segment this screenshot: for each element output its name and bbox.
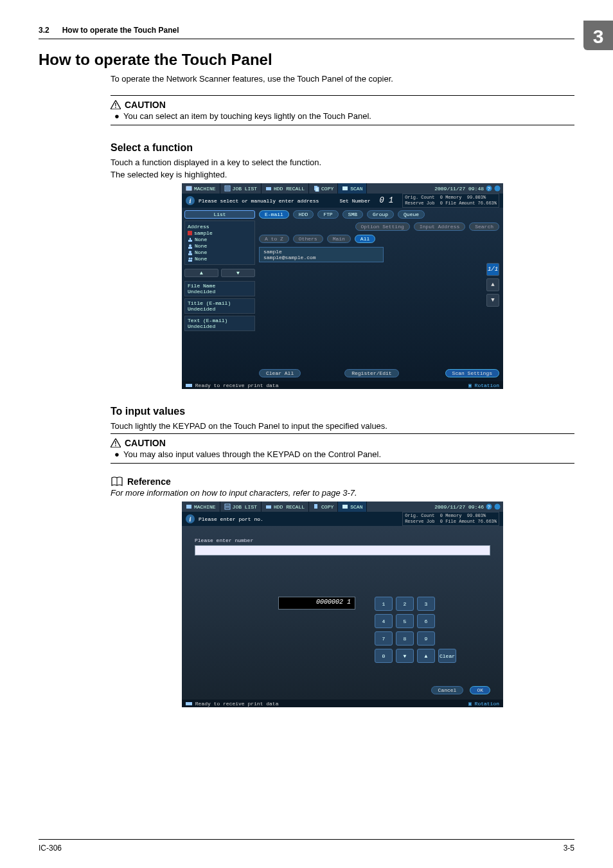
register-edit-button[interactable]: Register/Edit — [344, 369, 398, 377]
file-name-field[interactable]: File NameUndecided — [184, 281, 255, 296]
caution-label: CAUTION — [125, 438, 166, 448]
svg-text:!: ! — [114, 102, 116, 109]
address-panel: Address sample None None None None — [184, 221, 255, 265]
tab-machine[interactable]: MACHINE — [182, 502, 220, 512]
counter-meta: Orig. Count 0 Memory 99.003% Reserve Job… — [402, 512, 499, 526]
keypad-textfield[interactable] — [195, 545, 490, 556]
clock: 2009/11/27 09:48? — [432, 183, 503, 194]
info-icon: i — [186, 514, 195, 523]
dest-hdd-chip[interactable]: HDD — [293, 210, 314, 219]
address-entry[interactable]: sample sample@sample.com — [259, 247, 384, 262]
tab-job-list[interactable]: JOB LIST — [220, 502, 262, 512]
tab-hdd-recall[interactable]: HDD RECALL — [262, 502, 309, 512]
filter-all-chip[interactable]: All — [355, 235, 375, 243]
tab-scan[interactable]: SCAN — [338, 183, 367, 194]
key-8[interactable]: 8 — [396, 631, 414, 646]
svg-rect-10 — [342, 186, 348, 190]
dest-email-chip[interactable]: E-mail — [259, 210, 289, 219]
running-head: 3.2 How to operate the Touch Panel — [39, 26, 574, 39]
key-0[interactable]: 0 — [375, 649, 393, 663]
option-setting-button[interactable]: Option Setting — [355, 222, 410, 231]
nav-up-button[interactable]: ▲ — [184, 269, 218, 277]
clock: 2009/11/27 09:46? — [432, 502, 503, 512]
divider — [111, 125, 574, 125]
scroll-down-button[interactable]: ▼ — [486, 294, 499, 307]
printer-icon — [186, 701, 192, 706]
power-icon[interactable] — [494, 185, 501, 192]
svg-rect-15 — [190, 238, 191, 240]
chapter-badge: 3 — [583, 21, 613, 50]
ok-button[interactable]: OK — [470, 686, 490, 694]
input-address-button[interactable]: Input Address — [414, 222, 465, 231]
key-clear[interactable]: Clear — [438, 649, 456, 663]
heading-number: 3.2 — [0, 51, 39, 69]
svg-point-36 — [495, 504, 501, 510]
key-7[interactable]: 7 — [375, 631, 393, 646]
address-item[interactable]: None — [188, 249, 252, 255]
key-5[interactable]: 5 — [396, 614, 414, 628]
dest-ftp-chip[interactable]: FTP — [317, 210, 338, 219]
filter-main-chip[interactable]: Main — [327, 235, 351, 243]
svg-rect-28 — [225, 504, 230, 509]
scroll-up-button[interactable]: ▲ — [486, 278, 499, 291]
dest-group-chip[interactable]: Group — [367, 210, 394, 219]
svg-rect-32 — [314, 504, 317, 509]
filter-atoz-chip[interactable]: A to Z — [259, 235, 289, 243]
key-9[interactable]: 9 — [417, 631, 435, 646]
address-item[interactable]: None — [188, 256, 252, 262]
rotation-indicator: ▣ Rotation — [468, 701, 499, 707]
title-email-field[interactable]: Title (E-mail)Undecided — [184, 298, 255, 314]
tab-copy[interactable]: COPY — [309, 502, 338, 512]
tab-hdd-recall[interactable]: HDD RECALL — [262, 183, 309, 194]
caution-label: CAUTION — [125, 100, 166, 110]
svg-rect-7 — [266, 187, 271, 190]
page-footer: IC-306 3-5 — [39, 839, 574, 853]
dest-smb-chip[interactable]: SMB — [342, 210, 363, 219]
footer-left: IC-306 — [39, 844, 62, 853]
text-email-field[interactable]: Text (E-mail)Undecided — [184, 316, 255, 331]
tab-job-list[interactable]: JOB LIST — [220, 183, 262, 194]
svg-rect-27 — [186, 505, 191, 509]
key-4[interactable]: 4 — [375, 614, 393, 628]
svg-text:!: ! — [114, 440, 116, 448]
nav-down-button[interactable]: ▼ — [221, 269, 255, 277]
address-item[interactable]: None — [188, 237, 252, 242]
address-item[interactable]: None — [188, 243, 252, 249]
power-icon[interactable] — [494, 503, 501, 510]
tab-scan[interactable]: SCAN — [338, 502, 367, 512]
set-number-value: 0 1 — [380, 196, 394, 205]
key-down[interactable]: ▼ — [396, 649, 414, 663]
filter-others-chip[interactable]: Others — [293, 235, 323, 243]
reference-text: For more information on how to input cha… — [111, 488, 574, 498]
divider — [111, 463, 574, 464]
info-icon: i — [186, 196, 195, 205]
svg-rect-22 — [188, 260, 192, 262]
dest-queue-chip[interactable]: Queue — [398, 210, 425, 219]
address-item[interactable]: sample — [188, 230, 252, 236]
page-counter: 1/1 — [486, 263, 499, 276]
reference-icon — [111, 476, 123, 487]
scan-settings-button[interactable]: Scan Settings — [445, 369, 499, 377]
svg-point-18 — [189, 251, 191, 253]
select-function-p1: Touch a function displayed in a key to s… — [111, 158, 574, 167]
list-button[interactable]: List — [184, 210, 255, 219]
info-message: Please enter port no. — [199, 516, 398, 522]
help-icon[interactable]: ? — [486, 185, 492, 192]
key-up[interactable]: ▲ — [417, 649, 435, 663]
keypad: 1 2 3 4 5 6 7 8 9 0 ▼ ▲ Clear — [375, 597, 456, 663]
key-1[interactable]: 1 — [375, 597, 393, 611]
key-6[interactable]: 6 — [417, 614, 435, 628]
clear-all-button[interactable]: Clear All — [259, 369, 301, 377]
search-button[interactable]: Search — [469, 222, 499, 231]
tab-copy[interactable]: COPY — [309, 183, 338, 194]
running-section-num: 3.2 — [39, 26, 49, 35]
info-message: Please select or manually enter address — [199, 198, 336, 204]
intro-text: To operate the Network Scanner features,… — [111, 74, 574, 84]
key-3[interactable]: 3 — [417, 597, 435, 611]
help-icon[interactable]: ? — [486, 503, 492, 510]
key-2[interactable]: 2 — [396, 597, 414, 611]
tab-machine[interactable]: MACHINE — [182, 183, 220, 194]
cancel-button[interactable]: Cancel — [431, 686, 464, 694]
svg-rect-31 — [266, 505, 271, 509]
keypad-prompt: Please enter number — [195, 538, 253, 543]
